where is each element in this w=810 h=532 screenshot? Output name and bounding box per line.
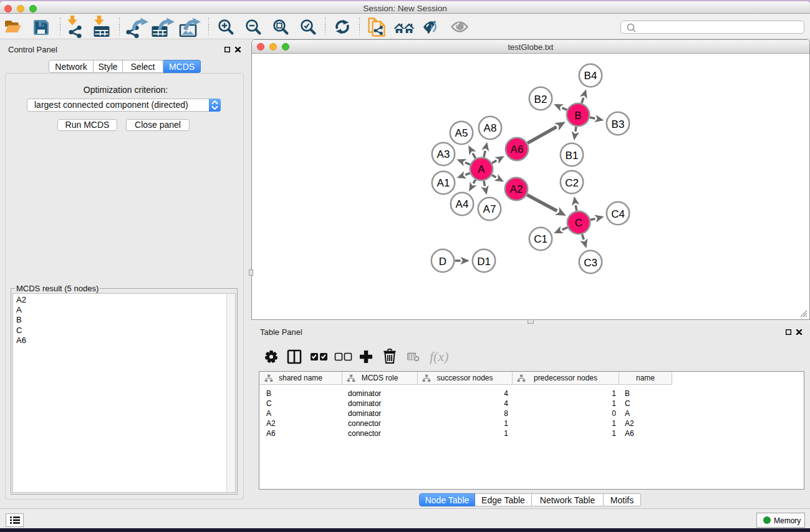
svg-text:A2: A2 [510,183,523,195]
svg-text:D1: D1 [477,256,491,268]
svg-text:B: B [574,110,581,122]
svg-text:B2: B2 [534,94,547,105]
svg-text:C4: C4 [611,208,625,220]
svg-text:A7: A7 [483,203,496,215]
svg-text:A: A [478,163,485,175]
svg-text:C2: C2 [565,177,579,189]
svg-text:f(x): f(x) [430,349,449,364]
svg-text:B1: B1 [566,150,579,162]
svg-text:B4: B4 [584,70,597,82]
svg-text:A6: A6 [511,143,524,155]
svg-text:D: D [439,256,446,268]
svg-text:C3: C3 [584,257,597,269]
svg-text:A1: A1 [437,177,450,189]
svg-text:A5: A5 [455,127,468,139]
svg-text:C1: C1 [534,233,547,245]
svg-text:A3: A3 [437,148,450,160]
svg-text:A4: A4 [456,198,469,210]
svg-text:A8: A8 [484,122,497,134]
svg-text:B3: B3 [612,118,625,130]
svg-text:C: C [575,217,582,229]
